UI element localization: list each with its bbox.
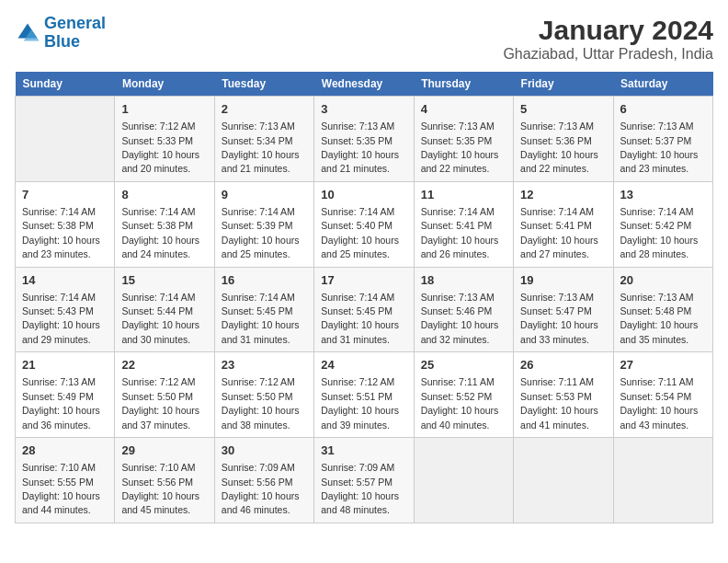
day-cell: 17Sunrise: 7:14 AM Sunset: 5:45 PM Dayli…: [314, 267, 414, 352]
week-row-3: 14Sunrise: 7:14 AM Sunset: 5:43 PM Dayli…: [16, 267, 713, 352]
day-cell: 2Sunrise: 7:13 AM Sunset: 5:34 PM Daylig…: [214, 97, 313, 182]
day-info: Sunrise: 7:09 AM Sunset: 5:57 PM Dayligh…: [321, 462, 399, 515]
day-cell: 9Sunrise: 7:14 AM Sunset: 5:39 PM Daylig…: [214, 181, 313, 267]
day-cell: 25Sunrise: 7:11 AM Sunset: 5:52 PM Dayli…: [414, 352, 513, 438]
day-info: Sunrise: 7:14 AM Sunset: 5:43 PM Dayligh…: [22, 292, 100, 345]
day-number: 2: [222, 101, 307, 118]
header-cell-sunday: Sunday: [16, 72, 115, 97]
day-cell: 26Sunrise: 7:11 AM Sunset: 5:53 PM Dayli…: [514, 352, 613, 438]
day-info: Sunrise: 7:13 AM Sunset: 5:35 PM Dayligh…: [421, 121, 499, 174]
day-cell: 23Sunrise: 7:12 AM Sunset: 5:50 PM Dayli…: [214, 352, 313, 438]
day-cell: 10Sunrise: 7:14 AM Sunset: 5:40 PM Dayli…: [314, 181, 414, 267]
day-number: 1: [121, 101, 207, 118]
day-number: 3: [321, 101, 406, 118]
day-number: 13: [620, 187, 706, 203]
day-number: 16: [222, 272, 307, 289]
day-info: Sunrise: 7:13 AM Sunset: 5:47 PM Dayligh…: [520, 292, 598, 345]
week-row-2: 7Sunrise: 7:14 AM Sunset: 5:38 PM Daylig…: [16, 181, 713, 267]
header-cell-monday: Monday: [115, 72, 214, 97]
day-info: Sunrise: 7:13 AM Sunset: 5:34 PM Dayligh…: [222, 121, 300, 174]
day-info: Sunrise: 7:11 AM Sunset: 5:53 PM Dayligh…: [520, 376, 598, 430]
day-info: Sunrise: 7:12 AM Sunset: 5:50 PM Dayligh…: [121, 376, 199, 430]
day-number: 25: [421, 357, 506, 373]
day-info: Sunrise: 7:12 AM Sunset: 5:33 PM Dayligh…: [121, 121, 199, 174]
day-info: Sunrise: 7:11 AM Sunset: 5:54 PM Dayligh…: [620, 376, 699, 430]
day-number: 15: [121, 272, 207, 289]
day-number: 8: [121, 187, 207, 203]
day-number: 7: [22, 187, 108, 203]
day-cell: 8Sunrise: 7:14 AM Sunset: 5:38 PM Daylig…: [115, 181, 214, 267]
day-info: Sunrise: 7:10 AM Sunset: 5:56 PM Dayligh…: [121, 462, 199, 515]
day-cell: [414, 438, 513, 523]
week-row-4: 21Sunrise: 7:13 AM Sunset: 5:49 PM Dayli…: [16, 352, 713, 438]
day-number: 22: [121, 357, 207, 373]
day-number: 28: [22, 442, 108, 459]
day-number: 11: [421, 187, 506, 203]
day-cell: 13Sunrise: 7:14 AM Sunset: 5:42 PM Dayli…: [613, 181, 712, 267]
day-number: 29: [121, 442, 207, 459]
day-info: Sunrise: 7:09 AM Sunset: 5:56 PM Dayligh…: [222, 462, 300, 515]
day-cell: 1Sunrise: 7:12 AM Sunset: 5:33 PM Daylig…: [115, 97, 214, 182]
day-info: Sunrise: 7:14 AM Sunset: 5:42 PM Dayligh…: [620, 206, 699, 259]
day-cell: 4Sunrise: 7:13 AM Sunset: 5:35 PM Daylig…: [414, 97, 513, 182]
day-cell: 15Sunrise: 7:14 AM Sunset: 5:44 PM Dayli…: [115, 267, 214, 352]
day-cell: 29Sunrise: 7:10 AM Sunset: 5:56 PM Dayli…: [115, 438, 214, 523]
day-number: 19: [520, 272, 606, 289]
day-info: Sunrise: 7:13 AM Sunset: 5:48 PM Dayligh…: [620, 292, 699, 345]
day-cell: 21Sunrise: 7:13 AM Sunset: 5:49 PM Dayli…: [16, 352, 115, 438]
day-number: 4: [421, 101, 506, 118]
day-cell: [16, 97, 115, 182]
day-cell: [613, 438, 712, 523]
day-cell: [514, 438, 613, 523]
calendar-table: SundayMondayTuesdayWednesdayThursdayFrid…: [15, 72, 713, 523]
day-number: 20: [620, 272, 706, 289]
calendar-body: 1Sunrise: 7:12 AM Sunset: 5:33 PM Daylig…: [16, 97, 713, 523]
day-number: 18: [421, 272, 506, 289]
day-number: 10: [321, 187, 406, 203]
day-cell: 28Sunrise: 7:10 AM Sunset: 5:55 PM Dayli…: [16, 438, 115, 523]
header-cell-thursday: Thursday: [414, 72, 513, 97]
day-info: Sunrise: 7:14 AM Sunset: 5:44 PM Dayligh…: [121, 292, 199, 345]
day-cell: 27Sunrise: 7:11 AM Sunset: 5:54 PM Dayli…: [613, 352, 712, 438]
day-info: Sunrise: 7:13 AM Sunset: 5:46 PM Dayligh…: [421, 292, 499, 345]
day-number: 27: [620, 357, 706, 373]
day-number: 17: [321, 272, 406, 289]
day-cell: 16Sunrise: 7:14 AM Sunset: 5:45 PM Dayli…: [214, 267, 313, 352]
day-number: 14: [22, 272, 108, 289]
page-header: General Blue January 2024 Ghaziabad, Utt…: [15, 15, 713, 63]
day-info: Sunrise: 7:14 AM Sunset: 5:41 PM Dayligh…: [520, 206, 598, 259]
day-cell: 24Sunrise: 7:12 AM Sunset: 5:51 PM Dayli…: [314, 352, 414, 438]
page-title: January 2024: [503, 15, 713, 46]
logo-text: General Blue: [44, 15, 106, 52]
day-number: 23: [222, 357, 307, 373]
day-number: 31: [321, 442, 406, 459]
day-number: 12: [520, 187, 606, 203]
day-cell: 20Sunrise: 7:13 AM Sunset: 5:48 PM Dayli…: [613, 267, 712, 352]
day-number: 30: [222, 442, 307, 459]
day-info: Sunrise: 7:12 AM Sunset: 5:50 PM Dayligh…: [222, 376, 300, 430]
day-info: Sunrise: 7:13 AM Sunset: 5:37 PM Dayligh…: [620, 121, 699, 174]
header-cell-friday: Friday: [514, 72, 613, 97]
header-row: SundayMondayTuesdayWednesdayThursdayFrid…: [16, 72, 713, 97]
day-info: Sunrise: 7:14 AM Sunset: 5:38 PM Dayligh…: [121, 206, 199, 259]
day-cell: 22Sunrise: 7:12 AM Sunset: 5:50 PM Dayli…: [115, 352, 214, 438]
day-number: 6: [620, 101, 706, 118]
logo: General Blue: [15, 15, 106, 52]
day-info: Sunrise: 7:14 AM Sunset: 5:38 PM Dayligh…: [22, 206, 100, 259]
day-cell: 5Sunrise: 7:13 AM Sunset: 5:36 PM Daylig…: [514, 97, 613, 182]
day-info: Sunrise: 7:14 AM Sunset: 5:45 PM Dayligh…: [222, 292, 300, 345]
title-block: January 2024 Ghaziabad, Uttar Pradesh, I…: [503, 15, 713, 63]
page-subtitle: Ghaziabad, Uttar Pradesh, India: [503, 46, 713, 63]
logo-icon: [15, 20, 40, 46]
day-cell: 11Sunrise: 7:14 AM Sunset: 5:41 PM Dayli…: [414, 181, 513, 267]
week-row-1: 1Sunrise: 7:12 AM Sunset: 5:33 PM Daylig…: [16, 97, 713, 182]
day-info: Sunrise: 7:13 AM Sunset: 5:36 PM Dayligh…: [520, 121, 598, 174]
day-number: 5: [520, 101, 606, 118]
day-cell: 7Sunrise: 7:14 AM Sunset: 5:38 PM Daylig…: [16, 181, 115, 267]
day-cell: 3Sunrise: 7:13 AM Sunset: 5:35 PM Daylig…: [314, 97, 414, 182]
day-info: Sunrise: 7:14 AM Sunset: 5:40 PM Dayligh…: [321, 206, 399, 259]
day-number: 21: [22, 357, 108, 373]
day-info: Sunrise: 7:13 AM Sunset: 5:35 PM Dayligh…: [321, 121, 399, 174]
day-cell: 14Sunrise: 7:14 AM Sunset: 5:43 PM Dayli…: [16, 267, 115, 352]
day-info: Sunrise: 7:12 AM Sunset: 5:51 PM Dayligh…: [321, 376, 399, 430]
